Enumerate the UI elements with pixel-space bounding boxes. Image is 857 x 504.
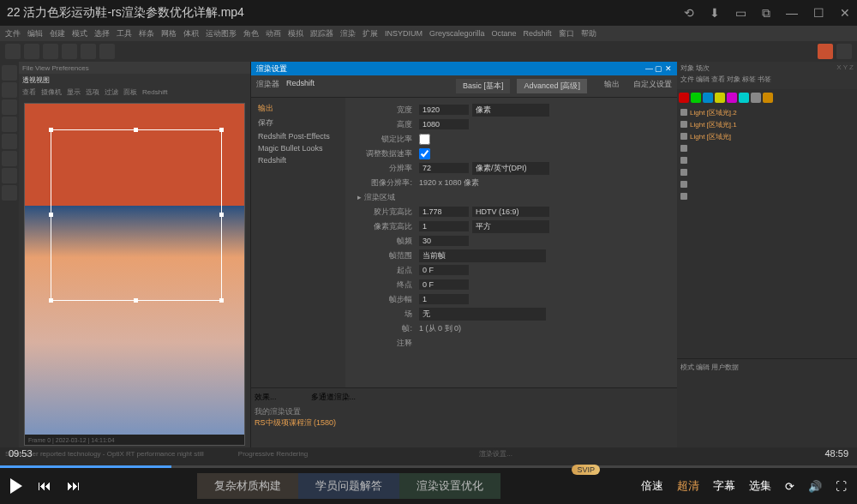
vp-menu[interactable]: 过滤 bbox=[105, 87, 118, 97]
tool-icon[interactable] bbox=[24, 44, 39, 59]
menu-item[interactable]: 体积 bbox=[183, 28, 199, 39]
width-input[interactable] bbox=[419, 105, 469, 115]
swatch-icon[interactable] bbox=[715, 93, 725, 103]
swatch-icon[interactable] bbox=[727, 93, 737, 103]
tool-icon[interactable] bbox=[2, 134, 17, 149]
sidebar-mbl[interactable]: Magic Bullet Looks bbox=[255, 142, 342, 154]
vp-menu[interactable]: 选项 bbox=[86, 87, 99, 97]
loop-icon[interactable]: ⟳ bbox=[785, 480, 794, 493]
menu-item[interactable]: 工具 bbox=[117, 28, 132, 39]
object-item[interactable] bbox=[679, 154, 855, 166]
speed-button[interactable]: 倍速 bbox=[641, 478, 663, 494]
height-input[interactable] bbox=[419, 119, 469, 129]
vp-menu[interactable]: 显示 bbox=[67, 87, 81, 97]
adapt-checkbox[interactable] bbox=[419, 148, 430, 159]
menu-item[interactable]: 渲染 bbox=[340, 28, 356, 39]
resize-handle[interactable] bbox=[134, 128, 138, 132]
tool-icon[interactable] bbox=[81, 44, 96, 59]
tab-advanced[interactable]: Advanced [高级] bbox=[517, 79, 587, 93]
vp-file-menu[interactable]: File View Preferences bbox=[19, 62, 250, 74]
tab-custom[interactable]: 自定义设置 bbox=[633, 79, 672, 93]
rp-sub[interactable]: 书签 bbox=[758, 75, 771, 84]
tool-icon[interactable] bbox=[2, 117, 17, 132]
lock-checkbox[interactable] bbox=[419, 134, 430, 145]
episodes-button[interactable]: 选集 bbox=[749, 478, 771, 494]
object-item[interactable]: Light [区域光].2 bbox=[679, 106, 855, 118]
vp-menu[interactable]: 查看 bbox=[22, 87, 36, 97]
menu-item[interactable]: Octane bbox=[492, 29, 517, 38]
rp-sub[interactable]: 文件 bbox=[680, 75, 694, 84]
object-item[interactable] bbox=[679, 166, 855, 178]
pixel-input[interactable] bbox=[419, 221, 469, 231]
swatch-icon[interactable] bbox=[751, 93, 761, 103]
vp-menu[interactable]: 面板 bbox=[123, 87, 137, 97]
tool-icon[interactable] bbox=[818, 44, 833, 59]
tool-icon[interactable] bbox=[2, 99, 17, 115]
tab-output[interactable]: 输出 bbox=[604, 79, 620, 93]
quality-button[interactable]: 超清 bbox=[677, 478, 699, 494]
course-tab[interactable]: 渲染设置优化 bbox=[399, 473, 500, 499]
sidebar-redshift[interactable]: Redshift bbox=[255, 154, 342, 166]
swatch-icon[interactable] bbox=[703, 93, 713, 103]
render-preview[interactable]: Frame 0 | 2022-03-12 | 14:11:04 bbox=[24, 103, 245, 446]
field-dd[interactable]: 无 bbox=[419, 308, 546, 321]
menu-item[interactable]: 角色 bbox=[243, 28, 259, 39]
resize-handle[interactable] bbox=[49, 298, 53, 303]
menu-item[interactable]: 帮助 bbox=[581, 28, 596, 39]
aspect-dd[interactable]: HDTV (16:9) bbox=[472, 207, 549, 217]
tool-icon[interactable] bbox=[2, 65, 17, 81]
share-icon[interactable]: ⟲ bbox=[684, 6, 694, 21]
renderer-value[interactable]: Redshift bbox=[286, 79, 315, 93]
object-item[interactable]: Light [区域光].1 bbox=[679, 118, 855, 130]
menu-item[interactable]: 样条 bbox=[139, 28, 154, 39]
rp-sub[interactable]: 标签 bbox=[742, 75, 756, 84]
menu-item[interactable]: 选择 bbox=[94, 28, 110, 39]
object-item[interactable] bbox=[679, 178, 855, 190]
close-icon[interactable]: ✕ bbox=[840, 6, 850, 21]
menu-item[interactable]: Redshift bbox=[524, 29, 552, 38]
render-region-selection[interactable] bbox=[51, 129, 222, 301]
res-unit[interactable]: 像素/英寸(DPI) bbox=[472, 162, 549, 175]
minimize-icon[interactable]: — bbox=[786, 6, 798, 21]
tool-icon[interactable] bbox=[2, 185, 17, 201]
tool-icon[interactable] bbox=[5, 44, 21, 59]
dialog-close-icon[interactable]: — ▢ ✕ bbox=[645, 64, 672, 73]
tool-icon[interactable] bbox=[836, 44, 852, 59]
swatch-icon[interactable] bbox=[763, 93, 773, 103]
menu-item[interactable]: 创建 bbox=[50, 28, 65, 39]
resize-handle[interactable] bbox=[134, 298, 138, 303]
resize-handle[interactable] bbox=[49, 213, 53, 217]
object-item[interactable]: Light [区域光] bbox=[679, 130, 855, 142]
svip-badge[interactable]: SVIP bbox=[572, 465, 600, 475]
sidebar-output[interactable]: 输出 bbox=[255, 101, 342, 116]
from-input[interactable] bbox=[419, 265, 469, 275]
menu-item[interactable]: 模拟 bbox=[288, 28, 303, 39]
width-unit[interactable]: 像素 bbox=[472, 104, 549, 117]
play-button[interactable] bbox=[10, 478, 22, 494]
tool-icon[interactable] bbox=[2, 82, 17, 98]
rp-sub[interactable]: 查看 bbox=[711, 75, 725, 84]
download-icon[interactable]: ⬇ bbox=[710, 6, 720, 21]
to-input[interactable] bbox=[419, 279, 469, 290]
window-icon[interactable]: ▭ bbox=[735, 6, 746, 21]
resize-handle[interactable] bbox=[219, 128, 224, 132]
swatch-icon[interactable] bbox=[739, 93, 749, 103]
resize-handle[interactable] bbox=[219, 213, 224, 217]
tab-basic[interactable]: Basic [基本] bbox=[456, 79, 511, 93]
course-tab[interactable]: 学员问题解答 bbox=[298, 473, 399, 499]
resize-handle[interactable] bbox=[49, 128, 53, 132]
rp-sub[interactable]: 编辑 bbox=[696, 75, 710, 84]
pip-icon[interactable]: ⧉ bbox=[762, 6, 770, 21]
multi-button[interactable]: 多通道渲染... bbox=[311, 392, 357, 403]
attrib-tab[interactable]: 编辑 bbox=[696, 363, 710, 372]
menu-item[interactable]: 动画 bbox=[266, 28, 281, 39]
menu-item[interactable]: 文件 bbox=[5, 28, 21, 39]
attrib-tab[interactable]: 模式 bbox=[680, 363, 694, 372]
sidebar-save[interactable]: 保存 bbox=[255, 116, 342, 130]
tool-icon[interactable] bbox=[2, 151, 17, 166]
aspect-input[interactable] bbox=[419, 207, 469, 217]
menu-item[interactable]: 跟踪器 bbox=[310, 28, 333, 39]
rp-tab-objects[interactable]: 对象 bbox=[680, 63, 694, 73]
pixel-dd[interactable]: 平方 bbox=[472, 220, 549, 233]
fullscreen-icon[interactable]: ⛶ bbox=[836, 480, 847, 493]
